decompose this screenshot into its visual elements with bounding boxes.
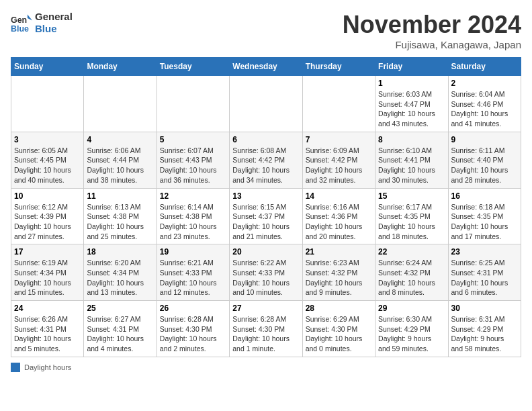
logo-text-line2: Blue: [35, 23, 73, 35]
day-cell: 3Sunrise: 6:05 AM Sunset: 4:45 PM Daylig…: [11, 132, 84, 188]
day-info: Sunrise: 6:23 AM Sunset: 4:32 PM Dayligh…: [306, 258, 372, 298]
day-info: Sunrise: 6:31 AM Sunset: 4:29 PM Dayligh…: [451, 314, 518, 354]
day-number: 24: [14, 304, 81, 313]
day-cell: 9Sunrise: 6:11 AM Sunset: 4:40 PM Daylig…: [448, 132, 521, 188]
day-info: Sunrise: 6:21 AM Sunset: 4:33 PM Dayligh…: [160, 258, 226, 298]
day-cell: 19Sunrise: 6:21 AM Sunset: 4:33 PM Dayli…: [157, 244, 229, 301]
day-number: 16: [451, 191, 518, 201]
svg-marker-2: [28, 15, 32, 21]
day-info: Sunrise: 6:04 AM Sunset: 4:46 PM Dayligh…: [451, 89, 518, 129]
header-cell-saturday: Saturday: [448, 58, 521, 76]
day-number: 23: [451, 247, 518, 257]
day-cell: 7Sunrise: 6:09 AM Sunset: 4:42 PM Daylig…: [302, 132, 375, 188]
day-cell: 20Sunrise: 6:22 AM Sunset: 4:33 PM Dayli…: [230, 244, 302, 301]
week-row-0: 1Sunrise: 6:03 AM Sunset: 4:47 PM Daylig…: [11, 76, 521, 132]
week-row-1: 3Sunrise: 6:05 AM Sunset: 4:45 PM Daylig…: [11, 132, 521, 188]
day-cell: 8Sunrise: 6:10 AM Sunset: 4:41 PM Daylig…: [375, 132, 448, 188]
day-cell: 26Sunrise: 6:28 AM Sunset: 4:30 PM Dayli…: [157, 301, 229, 357]
day-number: 25: [87, 304, 153, 313]
day-number: 6: [232, 135, 299, 144]
day-number: 10: [14, 191, 81, 201]
calendar-body: 1Sunrise: 6:03 AM Sunset: 4:47 PM Daylig…: [11, 76, 521, 357]
header-cell-wednesday: Wednesday: [230, 58, 302, 76]
day-cell: 13Sunrise: 6:15 AM Sunset: 4:37 PM Dayli…: [230, 188, 302, 244]
day-cell: 27Sunrise: 6:28 AM Sunset: 4:30 PM Dayli…: [230, 301, 302, 357]
day-info: Sunrise: 6:27 AM Sunset: 4:31 PM Dayligh…: [87, 314, 153, 354]
day-cell: 14Sunrise: 6:16 AM Sunset: 4:36 PM Dayli…: [302, 188, 375, 244]
legend-label: Daylight hours: [24, 363, 71, 371]
day-info: Sunrise: 6:03 AM Sunset: 4:47 PM Dayligh…: [378, 89, 445, 129]
day-number: 20: [232, 247, 299, 257]
day-info: Sunrise: 6:30 AM Sunset: 4:29 PM Dayligh…: [378, 314, 445, 354]
header-row: SundayMondayTuesdayWednesdayThursdayFrid…: [11, 58, 521, 76]
day-cell: 28Sunrise: 6:29 AM Sunset: 4:30 PM Dayli…: [302, 301, 375, 357]
day-info: Sunrise: 6:19 AM Sunset: 4:34 PM Dayligh…: [14, 258, 81, 298]
day-cell: 1Sunrise: 6:03 AM Sunset: 4:47 PM Daylig…: [375, 76, 448, 132]
day-number: 1: [378, 79, 445, 88]
day-number: 22: [378, 247, 445, 257]
day-number: 29: [378, 304, 445, 313]
day-number: 4: [87, 135, 153, 144]
day-info: Sunrise: 6:05 AM Sunset: 4:45 PM Dayligh…: [14, 146, 81, 185]
day-cell: 21Sunrise: 6:23 AM Sunset: 4:32 PM Dayli…: [302, 244, 375, 301]
day-info: Sunrise: 6:29 AM Sunset: 4:30 PM Dayligh…: [306, 314, 372, 354]
day-number: 11: [87, 191, 153, 201]
calendar-header: SundayMondayTuesdayWednesdayThursdayFrid…: [11, 58, 521, 76]
day-number: 19: [160, 247, 226, 257]
day-info: Sunrise: 6:25 AM Sunset: 4:31 PM Dayligh…: [451, 258, 518, 298]
day-info: Sunrise: 6:28 AM Sunset: 4:30 PM Dayligh…: [232, 314, 299, 354]
day-number: 15: [378, 191, 445, 201]
day-cell: 15Sunrise: 6:17 AM Sunset: 4:35 PM Dayli…: [375, 188, 448, 244]
day-info: Sunrise: 6:14 AM Sunset: 4:38 PM Dayligh…: [160, 202, 226, 242]
day-info: Sunrise: 6:20 AM Sunset: 4:34 PM Dayligh…: [87, 258, 153, 298]
day-cell: 25Sunrise: 6:27 AM Sunset: 4:31 PM Dayli…: [84, 301, 157, 357]
svg-text:Blue: Blue: [11, 24, 29, 34]
calendar-table: SundayMondayTuesdayWednesdayThursdayFrid…: [11, 57, 521, 357]
day-number: 27: [232, 304, 299, 313]
day-info: Sunrise: 6:15 AM Sunset: 4:37 PM Dayligh…: [232, 202, 299, 242]
day-number: 26: [160, 304, 226, 313]
day-number: 30: [451, 304, 518, 313]
location: Fujisawa, Kanagawa, Japan: [343, 39, 521, 50]
day-cell: 29Sunrise: 6:30 AM Sunset: 4:29 PM Dayli…: [375, 301, 448, 357]
day-info: Sunrise: 6:28 AM Sunset: 4:30 PM Dayligh…: [160, 314, 226, 354]
day-cell: [84, 76, 157, 132]
day-cell: 10Sunrise: 6:12 AM Sunset: 4:39 PM Dayli…: [11, 188, 84, 244]
day-number: 28: [306, 304, 372, 313]
week-row-3: 17Sunrise: 6:19 AM Sunset: 4:34 PM Dayli…: [11, 244, 521, 301]
day-cell: [230, 76, 302, 132]
day-number: 14: [306, 191, 372, 201]
day-info: Sunrise: 6:18 AM Sunset: 4:35 PM Dayligh…: [451, 202, 518, 242]
header-cell-tuesday: Tuesday: [157, 58, 229, 76]
header-cell-sunday: Sunday: [11, 58, 84, 76]
day-number: 8: [378, 135, 445, 144]
month-title: November 2024: [343, 11, 521, 39]
logo-icon: Gen Blue: [11, 12, 32, 34]
day-info: Sunrise: 6:08 AM Sunset: 4:42 PM Dayligh…: [232, 146, 299, 185]
day-number: 21: [306, 247, 372, 257]
day-info: Sunrise: 6:07 AM Sunset: 4:43 PM Dayligh…: [160, 146, 226, 185]
day-cell: 23Sunrise: 6:25 AM Sunset: 4:31 PM Dayli…: [448, 244, 521, 301]
day-number: 13: [232, 191, 299, 201]
week-row-4: 24Sunrise: 6:26 AM Sunset: 4:31 PM Dayli…: [11, 301, 521, 357]
page-header: Gen Blue General Blue November 2024 Fuji…: [11, 11, 521, 50]
day-cell: 24Sunrise: 6:26 AM Sunset: 4:31 PM Dayli…: [11, 301, 84, 357]
header-cell-thursday: Thursday: [302, 58, 375, 76]
day-number: 18: [87, 247, 153, 257]
title-area: November 2024 Fujisawa, Kanagawa, Japan: [343, 11, 521, 50]
day-number: 5: [160, 135, 226, 144]
day-info: Sunrise: 6:06 AM Sunset: 4:44 PM Dayligh…: [87, 146, 153, 185]
day-cell: [11, 76, 84, 132]
day-cell: 2Sunrise: 6:04 AM Sunset: 4:46 PM Daylig…: [448, 76, 521, 132]
day-cell: 6Sunrise: 6:08 AM Sunset: 4:42 PM Daylig…: [230, 132, 302, 188]
day-cell: 17Sunrise: 6:19 AM Sunset: 4:34 PM Dayli…: [11, 244, 84, 301]
week-row-2: 10Sunrise: 6:12 AM Sunset: 4:39 PM Dayli…: [11, 188, 521, 244]
day-number: 12: [160, 191, 226, 201]
day-number: 2: [451, 79, 518, 88]
svg-text:Gen: Gen: [11, 15, 27, 25]
day-cell: 16Sunrise: 6:18 AM Sunset: 4:35 PM Dayli…: [448, 188, 521, 244]
day-cell: 30Sunrise: 6:31 AM Sunset: 4:29 PM Dayli…: [448, 301, 521, 357]
day-number: 7: [306, 135, 372, 144]
day-info: Sunrise: 6:26 AM Sunset: 4:31 PM Dayligh…: [14, 314, 81, 354]
day-cell: [157, 76, 229, 132]
